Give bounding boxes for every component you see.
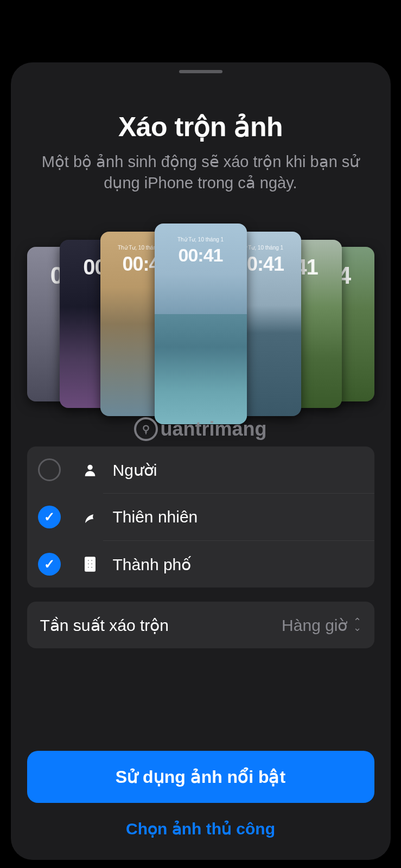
category-list: Người ✓ Thiên nhiên ✓ Thành phố bbox=[27, 446, 374, 588]
svg-rect-8 bbox=[91, 566, 93, 569]
checkbox-checked-icon[interactable]: ✓ bbox=[38, 553, 61, 576]
category-row-nature[interactable]: ✓ Thiên nhiên bbox=[27, 494, 374, 540]
svg-point-0 bbox=[144, 426, 149, 431]
preview-time: 00:4 bbox=[122, 253, 159, 276]
shuffle-frequency-row[interactable]: Tần suất xáo trộn Hàng giờ ⌃⌄ bbox=[27, 602, 374, 648]
sheet-grabber[interactable] bbox=[179, 70, 222, 73]
checkbox-unchecked-icon[interactable] bbox=[38, 458, 61, 481]
watermark: uantrimang bbox=[11, 417, 391, 441]
building-icon bbox=[80, 556, 100, 572]
svg-rect-3 bbox=[87, 560, 90, 562]
category-row-city[interactable]: ✓ Thành phố bbox=[27, 541, 374, 588]
svg-rect-4 bbox=[91, 560, 93, 562]
preview-card-center: Thứ Tư, 10 tháng 1 00:41 bbox=[155, 224, 247, 424]
photo-shuffle-sheet: Xáo trộn ảnh Một bộ ảnh sinh động sẽ xáo… bbox=[11, 62, 391, 860]
page-title: Xáo trộn ảnh bbox=[11, 111, 391, 143]
category-label: Người bbox=[113, 461, 157, 480]
category-label: Thành phố bbox=[113, 555, 192, 574]
secondary-button-label: Chọn ảnh thủ công bbox=[126, 820, 275, 838]
updown-chevron-icon: ⌃⌄ bbox=[353, 619, 361, 631]
use-featured-photos-button[interactable]: Sử dụng ảnh nổi bật bbox=[27, 751, 374, 803]
leaf-icon bbox=[80, 509, 100, 525]
svg-rect-5 bbox=[87, 563, 90, 565]
watermark-text: uantrimang bbox=[160, 418, 266, 441]
svg-rect-6 bbox=[91, 563, 93, 565]
category-row-people[interactable]: Người bbox=[27, 446, 374, 493]
choose-photos-manually-button[interactable]: Chọn ảnh thủ công bbox=[11, 819, 391, 860]
primary-button-label: Sử dụng ảnh nổi bật bbox=[116, 767, 285, 787]
page-subtitle: Một bộ ảnh sinh động sẽ xáo trộn khi bạn… bbox=[11, 151, 391, 194]
preview-date: Thứ Tư, 10 tháng 1 bbox=[177, 237, 224, 242]
frequency-label: Tần suất xáo trộn bbox=[40, 616, 282, 635]
lightbulb-icon bbox=[134, 417, 158, 441]
person-icon bbox=[80, 462, 100, 477]
category-label: Thiên nhiên bbox=[113, 508, 198, 526]
wallpaper-carousel[interactable]: 0 00 Thứ Tư, 10 tháng 1 00:4 4 41 Thứ Tư… bbox=[11, 215, 391, 432]
svg-rect-7 bbox=[87, 566, 90, 569]
checkbox-checked-icon[interactable]: ✓ bbox=[38, 506, 61, 528]
preview-time: 00:41 bbox=[179, 245, 223, 266]
frequency-value: Hàng giờ bbox=[282, 616, 347, 635]
svg-point-1 bbox=[87, 465, 92, 470]
